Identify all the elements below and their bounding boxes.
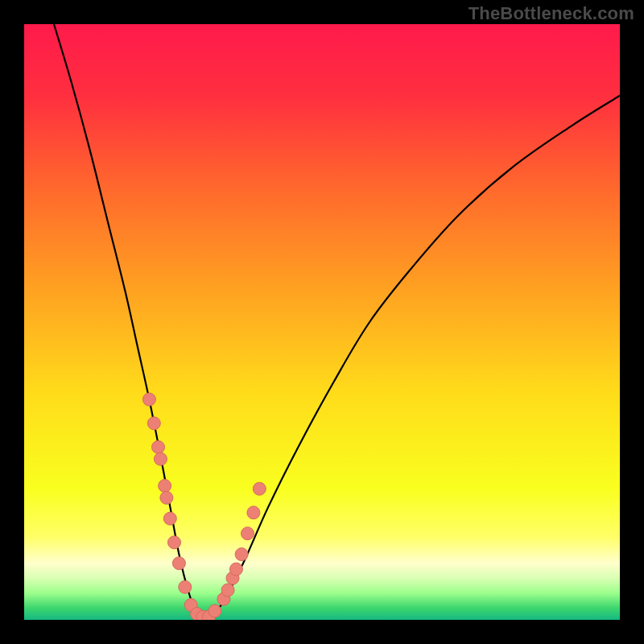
- sample-dot: [253, 482, 266, 495]
- sample-dot: [154, 452, 167, 465]
- sample-dots: [24, 24, 620, 620]
- sample-dot: [172, 557, 185, 570]
- sample-dot: [235, 548, 248, 561]
- sample-dot: [159, 480, 171, 493]
- sample-dot: [167, 536, 180, 549]
- sample-dot: [247, 506, 260, 519]
- sample-dot: [179, 580, 192, 593]
- sample-dot: [152, 440, 165, 453]
- sample-dot: [242, 527, 254, 540]
- sample-dot: [229, 563, 242, 576]
- watermark-text: TheBottleneck.com: [469, 3, 634, 24]
- sample-dot: [163, 512, 176, 525]
- sample-dot: [208, 605, 221, 617]
- sample-dot: [221, 584, 234, 597]
- sample-dot: [160, 491, 173, 504]
- chart-frame: TheBottleneck.com: [0, 0, 644, 644]
- sample-dot: [142, 393, 155, 406]
- plot-area: [24, 24, 620, 620]
- sample-dot: [147, 417, 160, 430]
